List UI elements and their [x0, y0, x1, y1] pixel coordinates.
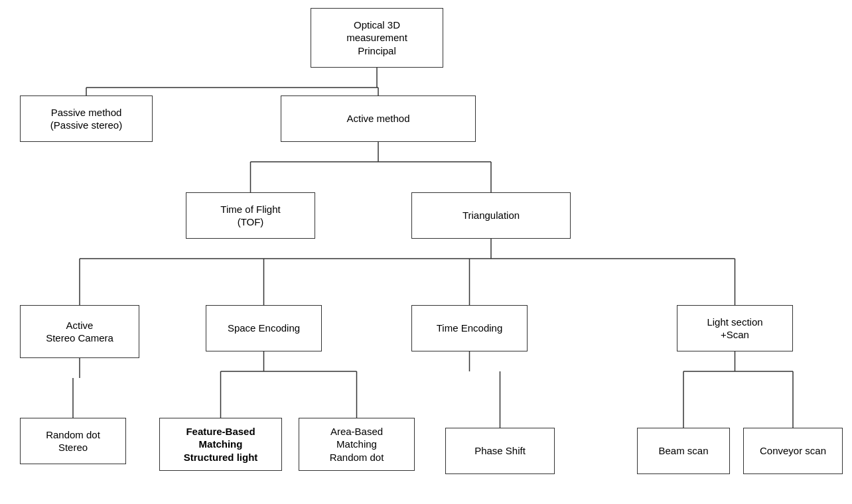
node-phase_shift: Phase Shift — [445, 428, 555, 474]
node-root: Optical 3D measurement Principal — [311, 8, 443, 68]
diagram: Optical 3D measurement PrincipalPassive … — [0, 0, 852, 504]
node-area_based: Area-Based Matching Random dot — [299, 418, 415, 471]
node-tof: Time of Flight (TOF) — [186, 192, 315, 239]
node-feature_based: Feature-Based Matching Structured light — [159, 418, 282, 471]
node-time_encoding: Time Encoding — [411, 305, 528, 351]
node-active: Active method — [281, 95, 476, 142]
node-space_encoding: Space Encoding — [206, 305, 322, 351]
node-conveyor_scan: Conveyor scan — [743, 428, 843, 474]
node-passive: Passive method (Passive stereo) — [20, 95, 153, 142]
node-beam_scan: Beam scan — [637, 428, 730, 474]
node-active_stereo: Active Stereo Camera — [20, 305, 139, 358]
node-light_section: Light section +Scan — [677, 305, 793, 351]
node-triangulation: Triangulation — [411, 192, 571, 239]
node-random_dot_stereo: Random dot Stereo — [20, 418, 126, 464]
